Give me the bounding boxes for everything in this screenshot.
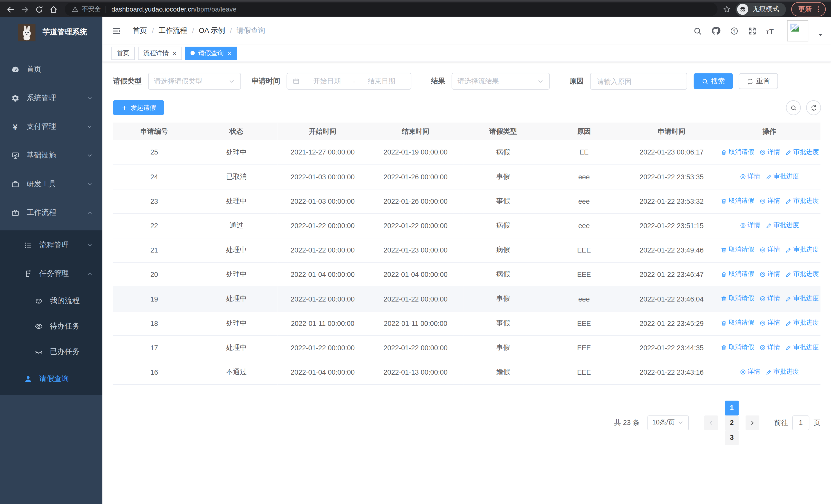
- detail-link[interactable]: 详情: [760, 197, 780, 206]
- sidebar-item-label: 任务管理: [39, 269, 86, 278]
- progress-link[interactable]: 审批进度: [766, 172, 799, 181]
- detail-link[interactable]: 详情: [739, 221, 760, 230]
- reason-label: 原因: [570, 77, 584, 86]
- progress-link[interactable]: 审批进度: [785, 319, 819, 327]
- sidebar-item-请假查询[interactable]: 请假查询: [0, 365, 103, 393]
- detail-link[interactable]: 详情: [760, 270, 780, 279]
- create-leave-button[interactable]: 发起请假: [113, 100, 164, 115]
- detail-link[interactable]: 详情: [760, 294, 780, 303]
- cancel-link[interactable]: 取消请假: [721, 343, 754, 352]
- sidebar-item-首页[interactable]: 首页: [0, 55, 103, 84]
- search-button[interactable]: 搜索: [694, 73, 733, 89]
- cell-start: 2022-01-22 00:00:00: [278, 335, 368, 360]
- sidebar-item-我的流程[interactable]: 我的流程: [0, 288, 103, 314]
- detail-link[interactable]: 详情: [760, 343, 780, 352]
- cell-id: 19: [113, 287, 195, 311]
- cancel-link[interactable]: 取消请假: [721, 294, 754, 303]
- cancel-link[interactable]: 取消请假: [721, 245, 754, 254]
- detail-link[interactable]: 详情: [760, 245, 780, 254]
- avatar[interactable]: [787, 20, 808, 41]
- progress-link[interactable]: 审批进度: [785, 245, 819, 254]
- broken-image-icon: [789, 22, 800, 33]
- cell-end: 2022-01-22 00:00:00: [368, 287, 463, 311]
- cell-start: 2022-01-03 00:00:00: [278, 189, 368, 213]
- breadcrumb-item[interactable]: 首页: [133, 26, 147, 35]
- cancel-link[interactable]: 取消请假: [721, 197, 754, 206]
- tab-流程详情[interactable]: 流程详情×: [138, 47, 182, 60]
- logo-image: [18, 24, 35, 41]
- browser-reload-button[interactable]: [32, 2, 46, 16]
- cancel-link[interactable]: 取消请假: [721, 319, 754, 327]
- sidebar-item-label: 基础设施: [26, 151, 86, 160]
- detail-link[interactable]: 详情: [739, 172, 760, 181]
- progress-link[interactable]: 审批进度: [785, 343, 819, 352]
- page-button-1[interactable]: 1: [725, 400, 739, 415]
- sidebar-item-基础设施[interactable]: 基础设施: [0, 141, 103, 170]
- dashboard-icon: [10, 65, 20, 73]
- tab-首页[interactable]: 首页: [111, 47, 135, 60]
- reason-input[interactable]: [597, 77, 680, 85]
- browser-back-button[interactable]: [3, 2, 18, 16]
- github-icon[interactable]: [711, 26, 721, 35]
- cell-reason: eee: [543, 165, 625, 189]
- show-search-button[interactable]: [786, 100, 801, 115]
- detail-link[interactable]: 详情: [739, 367, 760, 376]
- page-size-select[interactable]: 10条/页: [648, 415, 689, 430]
- cancel-link[interactable]: 取消请假: [721, 148, 754, 156]
- goto-page-input[interactable]: [792, 415, 809, 430]
- search-icon[interactable]: [693, 26, 702, 35]
- fullscreen-icon[interactable]: [748, 26, 757, 35]
- reset-button[interactable]: 重置: [739, 73, 778, 89]
- url-bar[interactable]: 不安全 dashboard.yudao.iocoder.cn /bpm/oa/l…: [65, 3, 717, 16]
- progress-link[interactable]: 审批进度: [766, 221, 799, 230]
- breadcrumb-item[interactable]: 工作流程: [159, 26, 188, 35]
- cell-id: 24: [113, 165, 195, 189]
- sidebar-item-支付管理[interactable]: ¥支付管理: [0, 112, 103, 141]
- tab-close-icon[interactable]: ×: [227, 50, 231, 56]
- sidebar-item-流程管理[interactable]: 流程管理: [0, 231, 103, 260]
- detail-link[interactable]: 详情: [760, 319, 780, 327]
- next-page-button[interactable]: [746, 415, 760, 430]
- cancel-link[interactable]: 取消请假: [721, 270, 754, 279]
- apply-time-range[interactable]: 开始日期 - 结束日期: [287, 72, 411, 90]
- help-icon[interactable]: [729, 26, 739, 35]
- eye-circle-icon: [760, 320, 766, 326]
- result-select[interactable]: 请选择流结果: [452, 72, 550, 90]
- progress-link[interactable]: 审批进度: [766, 367, 799, 376]
- progress-link[interactable]: 审批进度: [785, 148, 819, 156]
- breadcrumb-item[interactable]: OA 示例: [199, 26, 225, 35]
- browser-chrome: 不安全 dashboard.yudao.iocoder.cn /bpm/oa/l…: [0, 0, 831, 17]
- tree-icon: [23, 269, 32, 278]
- leave-type-select[interactable]: 请选择请假类型: [148, 72, 241, 90]
- sidebar-item-label: 请假查询: [39, 374, 103, 384]
- page-button-2[interactable]: 2: [725, 415, 739, 430]
- page-button-3[interactable]: 3: [725, 430, 739, 445]
- sidebar-item-已办任务[interactable]: 已办任务: [0, 339, 103, 364]
- breadcrumb-separator: /: [152, 27, 154, 35]
- cell-type: 事假: [463, 165, 543, 189]
- bookmark-star-icon[interactable]: [723, 5, 730, 13]
- browser-forward-button[interactable]: [18, 2, 32, 16]
- progress-link[interactable]: 审批进度: [785, 197, 819, 206]
- sidebar-item-任务管理[interactable]: 任务管理: [0, 260, 103, 288]
- kebab-menu-icon[interactable]: [814, 5, 823, 13]
- font-size-icon[interactable]: [766, 26, 776, 36]
- avatar-caret-down-icon[interactable]: [817, 32, 824, 38]
- refresh-table-button[interactable]: [806, 100, 821, 115]
- progress-link[interactable]: 审批进度: [785, 294, 819, 303]
- sidebar-item-工作流程[interactable]: 工作流程: [0, 198, 103, 227]
- prev-page-button[interactable]: [704, 415, 718, 430]
- tab-label: 流程详情: [143, 49, 169, 58]
- sidebar-item-系统管理[interactable]: 系统管理: [0, 84, 103, 113]
- tab-close-icon[interactable]: ×: [172, 50, 177, 56]
- progress-link[interactable]: 审批进度: [785, 270, 819, 279]
- cell-reason: eee: [543, 287, 625, 311]
- sidebar-fold-button[interactable]: [111, 26, 121, 36]
- tab-请假查询[interactable]: 请假查询×: [185, 47, 237, 60]
- detail-link[interactable]: 详情: [760, 148, 780, 156]
- column-header-开始时间: 开始时间: [278, 123, 368, 140]
- browser-home-button[interactable]: [46, 2, 61, 16]
- sidebar-item-研发工具[interactable]: 研发工具: [0, 170, 103, 199]
- browser-update-button[interactable]: 更新: [791, 2, 826, 17]
- sidebar-item-待办任务[interactable]: 待办任务: [0, 314, 103, 339]
